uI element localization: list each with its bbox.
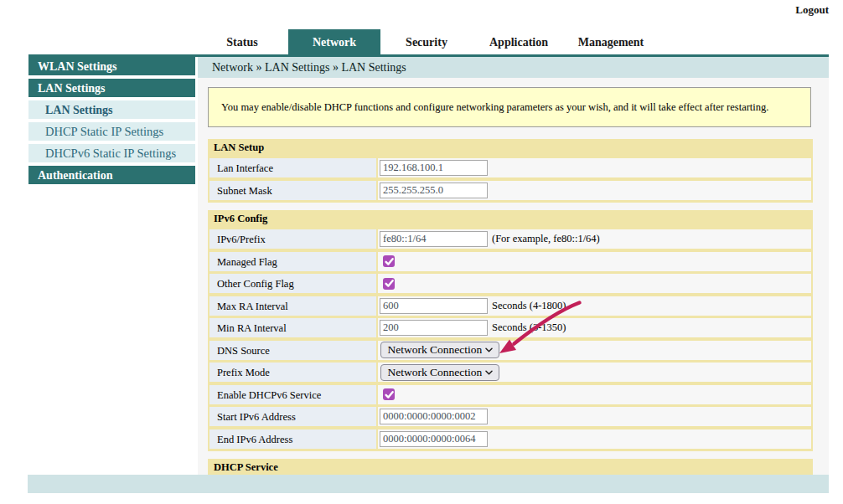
- tab-management[interactable]: Management: [565, 29, 657, 54]
- table-row: Prefix Mode Network Connection: [209, 363, 811, 382]
- section-ipv6-config: IPv6 Config IPv6/Prefix (For example, fe…: [208, 210, 813, 451]
- section-title-dhcp-service: DHCP Service: [209, 459, 811, 475]
- row-value-cell: Network Connection: [378, 341, 811, 360]
- row-label-max-ra-interval: Max RA Interval: [209, 296, 376, 316]
- table-row: DNS Source Network Connection: [209, 341, 811, 360]
- sidebar-item-lan-settings[interactable]: LAN Settings: [28, 100, 195, 119]
- chevron-down-icon: [485, 370, 493, 375]
- row-label-start-ipv6: Start IPv6 Address: [209, 407, 376, 426]
- prefix-mode-select[interactable]: Network Connection: [380, 364, 499, 381]
- section-lan-setup: LAN Setup Lan Interface Subnet Mask: [208, 139, 813, 203]
- row-label-dns-source: DNS Source: [209, 341, 376, 360]
- ipv6-prefix-hint: (For example, fe80::1/64): [492, 233, 600, 245]
- sidebar-item-dhcpv6-static-ip[interactable]: DHCPv6 Static IP Settings: [28, 144, 195, 162]
- table-row: Managed Flag: [209, 252, 811, 271]
- section-title-ipv6-config: IPv6 Config: [209, 210, 811, 226]
- row-label-lan-interface: Lan Interface: [209, 158, 376, 177]
- prefix-mode-selected-value: Network Connection: [381, 366, 483, 379]
- tab-network[interactable]: Network: [288, 29, 380, 54]
- other-config-flag-checkbox[interactable]: [383, 278, 395, 290]
- chevron-down-icon: [485, 347, 493, 352]
- section-title-lan-setup: LAN Setup: [209, 139, 811, 155]
- tab-status[interactable]: Status: [196, 29, 288, 54]
- row-value-cell: [378, 158, 811, 177]
- checkmark-icon: [385, 279, 394, 288]
- table-row: Subnet Mask: [209, 181, 811, 200]
- lan-interface-input[interactable]: [380, 160, 488, 176]
- start-ipv6-address-input[interactable]: [380, 409, 488, 424]
- min-ra-interval-input[interactable]: [380, 320, 488, 336]
- note-box: You may enable/disable DHCP functions an…: [208, 87, 811, 127]
- table-row: Other Config Flag: [209, 274, 811, 293]
- breadcrumb: Network » LAN Settings » LAN Settings: [198, 57, 829, 78]
- tab-application[interactable]: Application: [473, 29, 565, 54]
- ipv6-prefix-input[interactable]: [380, 231, 488, 247]
- row-label-enable-dhcpv6: Enable DHCPv6 Service: [209, 385, 376, 404]
- table-row: Min RA Interval Seconds (3-1350): [209, 318, 811, 337]
- row-value-cell: [378, 181, 811, 200]
- row-value-cell: Seconds (3-1350): [378, 318, 811, 337]
- row-label-subnet-mask: Subnet Mask: [209, 181, 376, 200]
- row-value-cell: [378, 252, 811, 271]
- note-text: You may enable/disable DHCP functions an…: [221, 101, 768, 114]
- router-admin-page: Logout Status Network Security Applicati…: [0, 0, 843, 504]
- row-label-min-ra-interval: Min RA Interval: [209, 318, 376, 337]
- row-value-cell: (For example, fe80::1/64): [378, 229, 811, 249]
- table-row: End IPv6 Address: [209, 429, 811, 449]
- table-row: Start IPv6 Address: [209, 407, 811, 426]
- row-label-managed-flag: Managed Flag: [209, 252, 376, 271]
- row-value-cell: [378, 429, 811, 449]
- row-value-cell: [378, 385, 811, 404]
- row-label-other-config-flag: Other Config Flag: [209, 274, 376, 293]
- sidebar-item-authentication[interactable]: Authentication: [28, 166, 195, 184]
- checkmark-icon: [385, 257, 394, 266]
- footer-bar: [28, 475, 829, 493]
- logout-link[interactable]: Logout: [795, 3, 829, 16]
- min-ra-interval-hint: Seconds (3-1350): [492, 321, 566, 334]
- end-ipv6-address-input[interactable]: [380, 431, 488, 447]
- checkmark-icon: [385, 390, 394, 399]
- sidebar-item-wlan-settings[interactable]: WLAN Settings: [28, 57, 195, 75]
- max-ra-interval-hint: Seconds (4-1800): [492, 300, 566, 312]
- logout-bar: Logout: [0, 2, 829, 17]
- table-row: Enable DHCPv6 Service: [209, 385, 811, 404]
- table-row: Lan Interface: [209, 158, 811, 177]
- row-label-end-ipv6: End IPv6 Address: [209, 429, 376, 449]
- section-dhcp-service: DHCP Service: [208, 459, 813, 475]
- row-value-cell: Network Connection: [378, 363, 811, 382]
- sidebar-item-lan-settings-group[interactable]: LAN Settings: [28, 79, 195, 97]
- table-row: Max RA Interval Seconds (4-1800): [209, 296, 811, 316]
- managed-flag-checkbox[interactable]: [383, 255, 395, 267]
- max-ra-interval-input[interactable]: [380, 298, 488, 314]
- enable-dhcpv6-checkbox[interactable]: [383, 388, 395, 400]
- dns-source-select[interactable]: Network Connection: [380, 342, 499, 358]
- subnet-mask-input[interactable]: [380, 183, 488, 198]
- row-label-ipv6-prefix: IPv6/Prefix: [209, 229, 376, 249]
- table-row: IPv6/Prefix (For example, fe80::1/64): [209, 229, 811, 249]
- row-value-cell: [378, 274, 811, 293]
- top-nav-tabs: Status Network Security Application Mana…: [196, 29, 657, 54]
- sidebar-item-dhcp-static-ip[interactable]: DHCP Static IP Settings: [28, 122, 195, 141]
- dns-source-selected-value: Network Connection: [381, 343, 483, 357]
- row-value-cell: [378, 407, 811, 426]
- row-value-cell: Seconds (4-1800): [378, 296, 811, 316]
- row-label-prefix-mode: Prefix Mode: [209, 363, 376, 382]
- tab-security[interactable]: Security: [380, 29, 473, 54]
